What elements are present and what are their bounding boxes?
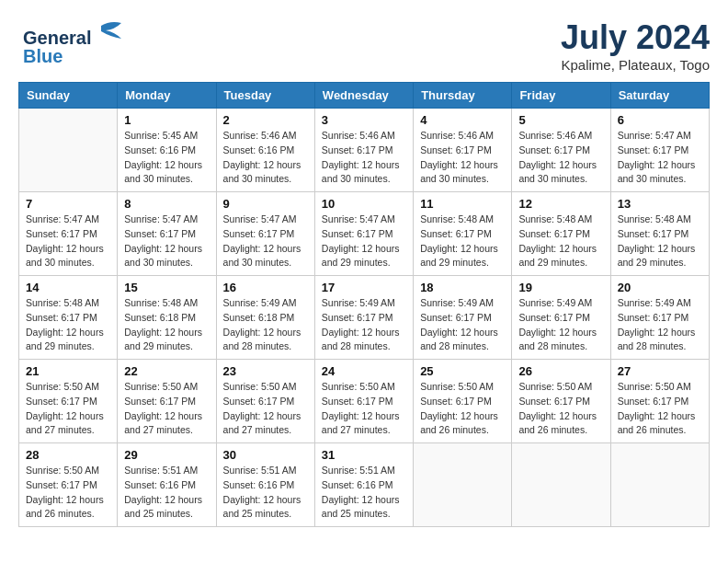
- calendar-cell: 30Sunrise: 5:51 AMSunset: 6:16 PMDayligh…: [216, 443, 314, 527]
- calendar-cell: 4Sunrise: 5:46 AMSunset: 6:17 PMDaylight…: [414, 109, 512, 192]
- calendar-cell: 10Sunrise: 5:47 AMSunset: 6:17 PMDayligh…: [314, 192, 413, 276]
- calendar-week-row: 1Sunrise: 5:45 AMSunset: 6:16 PMDaylight…: [19, 109, 710, 192]
- calendar-cell: 7Sunrise: 5:47 AMSunset: 6:17 PMDaylight…: [19, 192, 118, 276]
- day-info: Sunrise: 5:48 AMSunset: 6:17 PMDaylight:…: [420, 213, 505, 270]
- day-number: 10: [322, 197, 406, 211]
- calendar-header: SundayMondayTuesdayWednesdayThursdayFrid…: [19, 83, 710, 109]
- page-header: General Blue July 2024 Kpalime, Plateaux…: [18, 18, 710, 73]
- calendar-cell: 14Sunrise: 5:48 AMSunset: 6:17 PMDayligh…: [19, 276, 118, 360]
- day-number: 11: [420, 197, 505, 211]
- day-number: 4: [420, 113, 505, 127]
- calendar-week-row: 28Sunrise: 5:50 AMSunset: 6:17 PMDayligh…: [19, 443, 710, 527]
- calendar-cell: 5Sunrise: 5:46 AMSunset: 6:17 PMDaylight…: [512, 109, 610, 192]
- day-info: Sunrise: 5:50 AMSunset: 6:17 PMDaylight:…: [26, 380, 110, 438]
- day-number: 27: [618, 364, 702, 378]
- day-info: Sunrise: 5:47 AMSunset: 6:17 PMDaylight:…: [124, 213, 209, 270]
- calendar-week-row: 21Sunrise: 5:50 AMSunset: 6:17 PMDayligh…: [19, 360, 710, 443]
- day-info: Sunrise: 5:49 AMSunset: 6:18 PMDaylight:…: [223, 296, 308, 354]
- calendar-cell: 20Sunrise: 5:49 AMSunset: 6:17 PMDayligh…: [610, 276, 709, 360]
- calendar-week-row: 7Sunrise: 5:47 AMSunset: 6:17 PMDaylight…: [19, 192, 710, 276]
- calendar-cell: 6Sunrise: 5:47 AMSunset: 6:17 PMDaylight…: [610, 109, 709, 192]
- calendar-body: 1Sunrise: 5:45 AMSunset: 6:16 PMDaylight…: [19, 109, 710, 527]
- logo: General Blue: [18, 18, 129, 73]
- day-number: 18: [420, 281, 505, 294]
- calendar-table: SundayMondayTuesdayWednesdayThursdayFrid…: [18, 82, 710, 527]
- weekday-header-tuesday: Tuesday: [216, 83, 314, 109]
- weekday-header-row: SundayMondayTuesdayWednesdayThursdayFrid…: [19, 83, 710, 109]
- day-number: 7: [26, 197, 110, 211]
- day-number: 12: [518, 197, 603, 211]
- day-number: 28: [26, 448, 110, 462]
- svg-text:Blue: Blue: [23, 46, 63, 66]
- day-number: 19: [518, 281, 603, 294]
- day-info: Sunrise: 5:46 AMSunset: 6:17 PMDaylight:…: [322, 129, 406, 187]
- day-info: Sunrise: 5:45 AMSunset: 6:16 PMDaylight:…: [124, 129, 209, 187]
- calendar-cell: 22Sunrise: 5:50 AMSunset: 6:17 PMDayligh…: [118, 360, 216, 443]
- calendar-cell: 28Sunrise: 5:50 AMSunset: 6:17 PMDayligh…: [19, 443, 118, 527]
- day-number: 31: [322, 448, 406, 462]
- day-number: 16: [223, 281, 308, 294]
- calendar-cell: 13Sunrise: 5:48 AMSunset: 6:17 PMDayligh…: [610, 192, 709, 276]
- day-number: 6: [618, 113, 702, 127]
- day-number: 21: [26, 364, 110, 378]
- weekday-header-thursday: Thursday: [414, 83, 512, 109]
- day-info: Sunrise: 5:46 AMSunset: 6:17 PMDaylight:…: [518, 129, 603, 187]
- weekday-header-wednesday: Wednesday: [314, 83, 413, 109]
- day-info: Sunrise: 5:48 AMSunset: 6:17 PMDaylight:…: [518, 213, 603, 270]
- day-info: Sunrise: 5:51 AMSunset: 6:16 PMDaylight:…: [223, 464, 308, 522]
- day-number: 25: [420, 364, 505, 378]
- calendar-cell: 3Sunrise: 5:46 AMSunset: 6:17 PMDaylight…: [314, 109, 413, 192]
- calendar-cell: [610, 443, 709, 527]
- day-number: 17: [322, 281, 406, 294]
- weekday-header-friday: Friday: [512, 83, 610, 109]
- day-info: Sunrise: 5:46 AMSunset: 6:17 PMDaylight:…: [420, 129, 505, 187]
- day-number: 23: [223, 364, 308, 378]
- calendar-cell: 16Sunrise: 5:49 AMSunset: 6:18 PMDayligh…: [216, 276, 314, 360]
- weekday-header-saturday: Saturday: [610, 83, 709, 109]
- day-info: Sunrise: 5:48 AMSunset: 6:18 PMDaylight:…: [124, 296, 209, 354]
- day-info: Sunrise: 5:50 AMSunset: 6:17 PMDaylight:…: [618, 380, 702, 438]
- calendar-cell: 1Sunrise: 5:45 AMSunset: 6:16 PMDaylight…: [118, 109, 216, 192]
- day-info: Sunrise: 5:50 AMSunset: 6:17 PMDaylight:…: [322, 380, 406, 438]
- day-info: Sunrise: 5:51 AMSunset: 6:16 PMDaylight:…: [124, 464, 209, 522]
- calendar-cell: 2Sunrise: 5:46 AMSunset: 6:16 PMDaylight…: [216, 109, 314, 192]
- calendar-cell: 8Sunrise: 5:47 AMSunset: 6:17 PMDaylight…: [118, 192, 216, 276]
- calendar-week-row: 14Sunrise: 5:48 AMSunset: 6:17 PMDayligh…: [19, 276, 710, 360]
- calendar-cell: 29Sunrise: 5:51 AMSunset: 6:16 PMDayligh…: [118, 443, 216, 527]
- day-info: Sunrise: 5:47 AMSunset: 6:17 PMDaylight:…: [26, 213, 110, 270]
- calendar-cell: 12Sunrise: 5:48 AMSunset: 6:17 PMDayligh…: [512, 192, 610, 276]
- calendar-cell: [414, 443, 512, 527]
- calendar-cell: 11Sunrise: 5:48 AMSunset: 6:17 PMDayligh…: [414, 192, 512, 276]
- calendar-cell: 15Sunrise: 5:48 AMSunset: 6:18 PMDayligh…: [118, 276, 216, 360]
- day-info: Sunrise: 5:49 AMSunset: 6:17 PMDaylight:…: [322, 296, 406, 354]
- day-info: Sunrise: 5:51 AMSunset: 6:16 PMDaylight:…: [322, 464, 406, 522]
- calendar-cell: 17Sunrise: 5:49 AMSunset: 6:17 PMDayligh…: [314, 276, 413, 360]
- day-info: Sunrise: 5:50 AMSunset: 6:17 PMDaylight:…: [26, 464, 110, 522]
- calendar-cell: 26Sunrise: 5:50 AMSunset: 6:17 PMDayligh…: [512, 360, 610, 443]
- calendar-cell: 27Sunrise: 5:50 AMSunset: 6:17 PMDayligh…: [610, 360, 709, 443]
- day-number: 1: [124, 113, 209, 127]
- day-number: 3: [322, 113, 406, 127]
- day-number: 30: [223, 448, 308, 462]
- day-info: Sunrise: 5:49 AMSunset: 6:17 PMDaylight:…: [420, 296, 505, 354]
- weekday-header-sunday: Sunday: [19, 83, 118, 109]
- day-number: 5: [518, 113, 603, 127]
- calendar-cell: 25Sunrise: 5:50 AMSunset: 6:17 PMDayligh…: [414, 360, 512, 443]
- day-info: Sunrise: 5:48 AMSunset: 6:17 PMDaylight:…: [618, 213, 702, 270]
- day-info: Sunrise: 5:46 AMSunset: 6:16 PMDaylight:…: [223, 129, 308, 187]
- day-info: Sunrise: 5:50 AMSunset: 6:17 PMDaylight:…: [420, 380, 505, 438]
- calendar-cell: [19, 109, 118, 192]
- day-number: 14: [26, 281, 110, 294]
- day-info: Sunrise: 5:50 AMSunset: 6:17 PMDaylight:…: [223, 380, 308, 438]
- calendar-cell: 24Sunrise: 5:50 AMSunset: 6:17 PMDayligh…: [314, 360, 413, 443]
- calendar-cell: 31Sunrise: 5:51 AMSunset: 6:16 PMDayligh…: [314, 443, 413, 527]
- day-number: 20: [618, 281, 702, 294]
- calendar-cell: 19Sunrise: 5:49 AMSunset: 6:17 PMDayligh…: [512, 276, 610, 360]
- day-info: Sunrise: 5:50 AMSunset: 6:17 PMDaylight:…: [518, 380, 603, 438]
- day-number: 13: [618, 197, 702, 211]
- logo-text: General Blue: [18, 18, 129, 73]
- calendar-cell: 18Sunrise: 5:49 AMSunset: 6:17 PMDayligh…: [414, 276, 512, 360]
- day-info: Sunrise: 5:47 AMSunset: 6:17 PMDaylight:…: [618, 129, 702, 187]
- day-info: Sunrise: 5:47 AMSunset: 6:17 PMDaylight:…: [223, 213, 308, 270]
- day-number: 15: [124, 281, 209, 294]
